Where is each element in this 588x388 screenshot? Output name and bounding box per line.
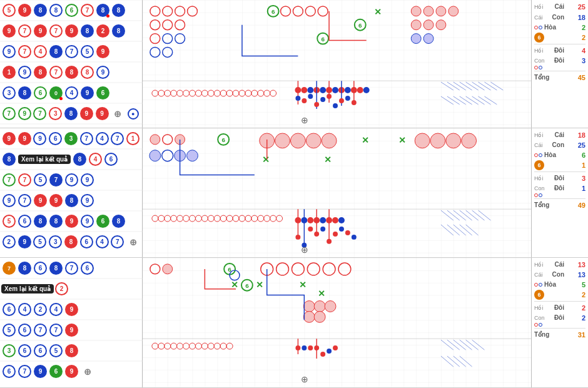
s1-hoa6-val: 2	[582, 33, 585, 43]
cell: 9	[1, 128, 17, 149]
svg-point-235	[308, 345, 313, 350]
svg-point-45	[320, 87, 326, 93]
svg-point-163	[338, 217, 345, 223]
svg-point-104	[352, 100, 357, 105]
svg-point-96	[302, 98, 307, 103]
cell: 9	[33, 361, 48, 382]
svg-point-130	[150, 150, 161, 161]
cell: 9	[17, 0, 33, 21]
svg-point-198	[163, 264, 173, 274]
mid-chart-1: 6 ✕ 6	[143, 0, 532, 128]
cell: 7	[17, 190, 33, 211]
divider	[534, 301, 585, 302]
svg-point-127	[462, 133, 477, 148]
cell: 9	[33, 128, 48, 149]
cell: 2	[95, 21, 111, 41]
svg-point-174	[333, 232, 338, 237]
divider2	[534, 71, 585, 71]
stat-s3-hoi-cai: Hồi Cái 13	[534, 260, 585, 270]
stat-s2-hoa: Hòa 6	[534, 150, 585, 160]
cell: 8	[33, 0, 48, 21]
cell: 5	[33, 170, 48, 190]
cell: 9	[17, 103, 33, 124]
s1-hoi-cai-val: 25	[578, 2, 585, 12]
tooltip-btn[interactable]: Xem lại kết quả	[18, 155, 71, 164]
cell: 9	[64, 21, 79, 41]
cell: 6	[1, 361, 17, 382]
cell: 8	[95, 0, 111, 21]
svg-point-238	[327, 349, 332, 354]
cell: ⊕	[125, 232, 141, 252]
cell: 8	[63, 232, 79, 252]
svg-point-120	[306, 133, 321, 148]
svg-text:✕: ✕	[324, 155, 332, 165]
svg-rect-111	[143, 128, 531, 257]
svg-text:✕: ✕	[398, 135, 406, 145]
svg-point-97	[308, 94, 313, 99]
cell: 2	[1, 232, 17, 252]
cell: 6	[1, 299, 17, 320]
s1-tong-val: 45	[578, 73, 585, 83]
cell: 1	[1, 62, 17, 83]
cell: 4	[64, 83, 79, 103]
cell: 5	[1, 0, 17, 21]
svg-point-217	[303, 311, 315, 322]
tooltip-btn-3[interactable]: Xem lại kết quả	[1, 284, 54, 294]
stat-s2-doi-con: Con Đôi 1	[534, 183, 585, 193]
svg-text:✕: ✕	[318, 288, 325, 299]
cell: 9	[79, 83, 95, 103]
cell: 3	[48, 103, 63, 124]
cell: 7	[109, 232, 125, 252]
left-grid-1: 5 9 8 8 6 7 8 8 9 7 9 7 9 8 2 8	[0, 0, 143, 128]
stat-s3-tong: Tổng 31	[534, 330, 585, 340]
mid-chart-3: 6 ✕ 6 ✕ ✕ ✕	[143, 258, 532, 387]
stat-s2-doi-cai: Hồi Đôi 3	[534, 173, 585, 183]
svg-text:⊕: ⊕	[301, 374, 308, 384]
cell: 7	[33, 103, 48, 124]
svg-rect-196	[143, 258, 531, 387]
stats-1: Hồi Cái 25 Cái Con 18 Hòa 2 6 2	[532, 0, 588, 128]
stat-hoi-cai: Hồi Cái 25	[534, 2, 585, 12]
cell: 8	[48, 0, 64, 21]
cell: 9	[33, 190, 48, 211]
section-1: 5 9 8 8 6 7 8 8 9 7 9 7 9 8 2 8	[0, 0, 588, 128]
cell: 6	[33, 258, 48, 278]
cell: 9	[64, 299, 79, 320]
svg-point-126	[446, 133, 461, 148]
cell: 4	[33, 41, 48, 62]
cell: 9	[95, 41, 111, 62]
svg-point-30	[436, 20, 446, 30]
stat-tong: Tổng 45	[534, 73, 585, 83]
cell: 9	[17, 62, 33, 83]
cell: 7	[1, 103, 17, 124]
cell: 8	[72, 149, 88, 170]
cell: 9	[1, 41, 17, 62]
svg-text:⊕: ⊕	[301, 115, 308, 125]
svg-point-49	[345, 87, 351, 93]
doi-dots	[534, 66, 542, 69]
cell: 8	[17, 258, 33, 278]
cell: 6	[79, 232, 94, 252]
divider2	[534, 198, 585, 199]
hoa6-icon-3: 6	[534, 290, 544, 300]
cell: 6	[17, 211, 33, 232]
cell: 9	[95, 62, 111, 83]
cell: 7	[48, 62, 64, 83]
dot-blue-outline	[539, 26, 542, 29]
s1-doi-cai-val: 4	[582, 46, 585, 56]
svg-text:✕: ✕	[231, 280, 238, 290]
svg-point-237	[320, 352, 325, 357]
svg-point-112	[150, 135, 160, 145]
svg-point-101	[333, 103, 338, 108]
svg-point-170	[308, 227, 313, 232]
svg-point-98	[314, 102, 319, 107]
svg-point-103	[345, 96, 350, 101]
svg-point-52	[363, 87, 370, 93]
cell: 7	[48, 170, 64, 190]
svg-point-43	[307, 87, 313, 93]
svg-point-121	[322, 133, 337, 148]
cell: 9	[33, 21, 48, 41]
cell: 4	[94, 128, 110, 149]
cell: 4	[88, 149, 103, 170]
cell: 8	[79, 21, 95, 41]
